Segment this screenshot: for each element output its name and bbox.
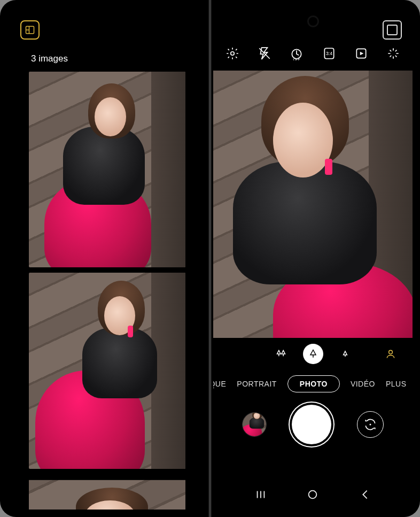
svg-point-3: [231, 52, 235, 56]
aspect-ratio-icon: 3:4: [322, 47, 336, 60]
panel-layout-icon: [25, 25, 35, 35]
right-screen: OFF 3:4: [213, 7, 413, 510]
gallery-count-label: 3 images: [7, 7, 207, 72]
mode-panoramique[interactable]: NIQUE: [213, 380, 226, 388]
person-icon: [385, 349, 396, 359]
svg-point-10: [389, 350, 393, 354]
shutter-button[interactable]: [292, 405, 331, 444]
zoom-wide-button[interactable]: [303, 344, 323, 364]
tree-icon: [308, 349, 318, 359]
gallery-thumb-1[interactable]: [29, 72, 185, 267]
camera-toolbar: OFF 3:4: [213, 36, 413, 71]
timer-off-icon: OFF: [290, 47, 304, 60]
nav-home-button[interactable]: [306, 488, 320, 501]
gallery-thumb-2[interactable]: [29, 273, 185, 468]
svg-text:OFF: OFF: [293, 58, 300, 60]
flash-button[interactable]: [256, 45, 273, 61]
settings-button[interactable]: [224, 45, 240, 61]
svg-point-15: [309, 491, 317, 499]
timer-button[interactable]: OFF: [289, 45, 305, 61]
tree-small-icon: [340, 349, 351, 359]
mode-photo[interactable]: PHOTO: [287, 375, 340, 392]
left-screen: 3 images: [7, 7, 207, 510]
motion-photo-button[interactable]: [353, 45, 369, 61]
mode-selector[interactable]: NIQUE PORTRAIT PHOTO VIDÉO PLUS: [213, 370, 413, 398]
shutter-row: [213, 398, 413, 451]
viewfinder-image: [213, 71, 413, 338]
gallery-scroll[interactable]: [7, 72, 207, 510]
filters-icon: [386, 47, 400, 60]
flash-off-icon: [258, 47, 271, 60]
switch-camera-icon: [363, 418, 377, 431]
mode-portrait[interactable]: PORTRAIT: [237, 380, 277, 388]
motion-photo-icon: [354, 47, 368, 60]
filters-button[interactable]: [385, 45, 401, 61]
thumb-image: [29, 273, 185, 468]
thumb-image: [29, 474, 185, 510]
svg-text:3:4: 3:4: [326, 51, 332, 56]
mode-video[interactable]: VIDÉO: [351, 380, 375, 388]
device-hinge: [208, 0, 212, 517]
panel-layout-toggle[interactable]: [20, 20, 40, 40]
home-icon: [307, 489, 318, 500]
last-shot-thumbnail[interactable]: [242, 412, 267, 437]
nav-back-button[interactable]: [358, 488, 372, 501]
system-navbar: [213, 480, 413, 510]
cover-screen-icon: [387, 25, 397, 35]
nav-recents-button[interactable]: [254, 488, 268, 501]
selfie-angle-button[interactable]: [380, 344, 401, 364]
thumb-image: [29, 72, 185, 267]
back-icon: [359, 489, 371, 500]
settings-icon: [225, 47, 239, 60]
last-shot-image: [242, 412, 267, 437]
zoom-row-wrap: [213, 338, 413, 370]
cover-screen-toggle[interactable]: [383, 20, 402, 40]
recents-icon: [255, 489, 267, 500]
aspect-ratio-button[interactable]: 3:4: [321, 45, 337, 61]
camera-viewfinder[interactable]: [213, 71, 413, 338]
gallery-thumb-3[interactable]: [29, 474, 185, 510]
foldable-device-frame: 3 images: [0, 0, 420, 517]
svg-point-11: [370, 423, 371, 425]
mode-plus[interactable]: PLUS: [386, 380, 407, 388]
zoom-tele-button[interactable]: [335, 344, 355, 364]
switch-camera-button[interactable]: [357, 411, 384, 438]
front-camera-hole: [309, 17, 317, 26]
zoom-ultrawide-button[interactable]: [271, 344, 291, 364]
trees-two-icon: [276, 349, 286, 359]
